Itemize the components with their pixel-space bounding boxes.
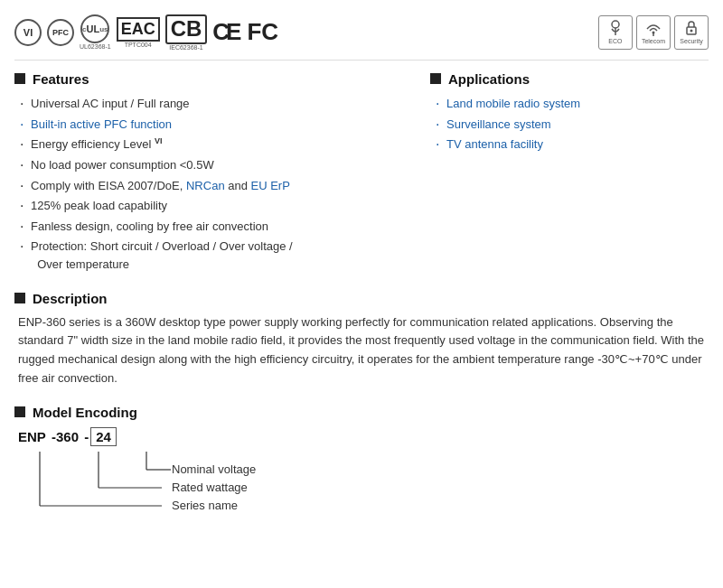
euerp-text: EU ErP bbox=[251, 179, 290, 192]
description-title-text: Description bbox=[33, 291, 108, 306]
model-part-enp: ENP bbox=[18, 429, 46, 444]
applications-list: Land mobile radio system Surveillance sy… bbox=[430, 94, 709, 155]
description-text: ENP-360 series is a 360W desktop type po… bbox=[14, 313, 709, 388]
eco-label: ECO bbox=[608, 38, 622, 44]
svg-point-5 bbox=[690, 30, 693, 33]
features-title-text: Features bbox=[33, 71, 89, 87]
feature-item-8: Protection: Short circuit / Overload / O… bbox=[18, 237, 421, 275]
description-title-square bbox=[14, 293, 25, 303]
applications-section: Applications Land mobile radio system Su… bbox=[430, 71, 709, 275]
security-icon-box: Security bbox=[674, 15, 709, 50]
telecom-icon bbox=[644, 20, 662, 36]
model-part-dash: - bbox=[80, 429, 89, 444]
vi-badge: VI bbox=[14, 19, 42, 46]
model-code: ENP -360 - 24 bbox=[18, 427, 709, 446]
eac-sub: TPTC004 bbox=[125, 42, 152, 48]
app-item-1: Land mobile radio system bbox=[434, 94, 709, 115]
pfc-badge: PFC bbox=[47, 19, 74, 46]
ul-badge: cULus UL62368-1 bbox=[80, 14, 111, 50]
cb-badge: CB IEC62368-1 bbox=[165, 14, 208, 51]
eac-badge: EAC TPTC004 bbox=[117, 17, 160, 48]
feature-item-4: No load power consumption <0.5W bbox=[18, 155, 421, 176]
eco-icon-box: ECO bbox=[598, 15, 633, 50]
applications-title-text: Applications bbox=[448, 71, 530, 87]
features-applications-section: Features Universal AC input / Full range… bbox=[14, 71, 709, 275]
feature-item-5: Comply with EISA 2007/DoE, NRCan and EU … bbox=[18, 175, 421, 196]
cert-bar: VI PFC cULus UL62368-1 EAC TPTC004 CB IE… bbox=[14, 9, 709, 61]
feature-item-2: Built-in active PFC function bbox=[18, 114, 421, 135]
features-title-square bbox=[14, 73, 25, 84]
description-section: Description ENP-360 series is a 360W des… bbox=[14, 291, 709, 388]
features-section: Features Universal AC input / Full range… bbox=[14, 71, 430, 275]
nominal-voltage-label: Nominal voltage bbox=[172, 462, 256, 476]
cb-sub: IEC62368-1 bbox=[169, 44, 202, 51]
telecom-label: Telecom bbox=[642, 38, 665, 44]
series-name-label: Series name bbox=[172, 499, 238, 512]
telecom-icon-box: Telecom bbox=[636, 15, 671, 50]
applications-title: Applications bbox=[430, 71, 709, 87]
model-diagram: Nominal voltage Rated wattage Series nam… bbox=[22, 450, 383, 531]
model-encoding-section: Model Encoding ENP -360 - 24 Nominal vol… bbox=[14, 405, 709, 531]
feature-item-3: Energy efficiency Level VI bbox=[18, 135, 421, 155]
eco-icon bbox=[606, 20, 624, 36]
model-encoding-title-square bbox=[14, 406, 25, 417]
security-label: Security bbox=[680, 38, 702, 44]
app-item-2: Surveillance system bbox=[434, 114, 709, 135]
vi-superscript: VI bbox=[155, 136, 163, 145]
svg-point-3 bbox=[652, 32, 654, 34]
model-part-voltage: 24 bbox=[90, 427, 117, 446]
features-title: Features bbox=[14, 71, 421, 87]
feature-item-7: Fanless design, cooling by free air conv… bbox=[18, 216, 421, 237]
model-encoding-title-text: Model Encoding bbox=[33, 405, 137, 420]
cert-left: VI PFC cULus UL62368-1 EAC TPTC004 CB IE… bbox=[14, 14, 278, 51]
rated-wattage-label: Rated wattage bbox=[172, 481, 248, 494]
ce-badge: CE bbox=[212, 18, 241, 46]
feature-item-1: Universal AC input / Full range bbox=[18, 94, 421, 115]
fc-badge: FC bbox=[247, 18, 278, 46]
app-item-3: TV antenna facility bbox=[434, 135, 709, 155]
feature-item-6: 125% peak load capability bbox=[18, 196, 421, 217]
description-title: Description bbox=[14, 291, 709, 306]
model-part-360: -360 bbox=[48, 429, 79, 444]
ul-sub1: UL62368-1 bbox=[80, 43, 111, 50]
cert-right: ECO Telecom Security bbox=[598, 15, 709, 50]
security-icon bbox=[682, 20, 700, 36]
svg-point-0 bbox=[612, 21, 619, 28]
model-encoding-title: Model Encoding bbox=[14, 405, 709, 420]
nrcan-text: NRCan bbox=[186, 179, 225, 192]
features-list: Universal AC input / Full range Built-in… bbox=[14, 94, 421, 275]
applications-title-square bbox=[430, 73, 441, 84]
